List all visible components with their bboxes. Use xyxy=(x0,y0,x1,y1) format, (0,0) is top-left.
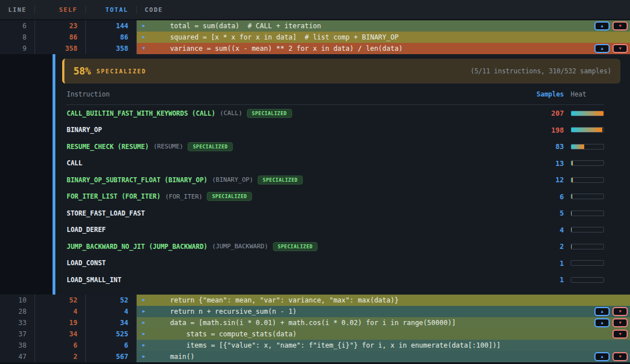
heat-bar-fill xyxy=(571,161,573,165)
expand-toggle-icon[interactable]: ▼ xyxy=(142,43,154,54)
specialized-percent: 58% xyxy=(73,65,91,77)
code-cell[interactable]: ▼ variance = sum((x - mean) ** 2 for x i… xyxy=(137,43,630,54)
jump-down-button[interactable]: ▼ xyxy=(612,330,628,339)
jump-down-button[interactable]: ▼ xyxy=(612,21,628,30)
instruction-name-group: LOAD_DEREF xyxy=(67,226,524,234)
code-cell[interactable]: ▶ data = [math.sin(i * 0.01) + math.cos(… xyxy=(137,317,630,328)
line-number: 6 xyxy=(0,20,35,32)
total-samples: 358 xyxy=(86,43,137,54)
instruction-name: JUMP_BACKWARD_NO_JIT (JUMP_BACKWARD) xyxy=(67,243,207,251)
expand-toggle-icon[interactable]: ▶ xyxy=(142,20,154,32)
jump-down-button[interactable]: ▼ xyxy=(612,44,628,53)
source-code: stats = compute_stats(data) xyxy=(154,328,297,340)
self-samples: 4 xyxy=(35,306,86,317)
total-samples: 567 xyxy=(86,351,137,362)
code-cell[interactable]: ▶ squared = [x * x for x in data] # list… xyxy=(137,32,630,43)
header-line-column[interactable]: LINE xyxy=(0,6,35,14)
instruction-table: Instruction Samples Heat CALL_BUILTIN_FA… xyxy=(67,84,604,288)
code-cell[interactable]: ▶ return n + recursive_sum(n - 1) ▲ ▼ xyxy=(137,306,630,317)
instruction-name-group: LOAD_CONST xyxy=(67,259,524,267)
total-samples: 52 xyxy=(86,295,137,306)
header-samples-column[interactable]: Samples xyxy=(524,90,564,98)
heat-bar xyxy=(571,194,604,199)
instruction-row: JUMP_BACKWARD_NO_JIT (JUMP_BACKWARD) (JU… xyxy=(67,238,604,255)
header-self-column[interactable]: SELF xyxy=(35,6,86,14)
total-samples: 34 xyxy=(86,317,137,328)
heat-bar xyxy=(571,144,604,150)
expand-toggle-icon[interactable]: ▶ xyxy=(142,317,154,328)
instruction-name: LOAD_SMALL_INT xyxy=(67,276,121,284)
specialized-label: SPECIALIZED xyxy=(97,68,146,74)
heat-bar xyxy=(571,127,604,133)
heat-bar xyxy=(571,160,604,166)
instruction-rows: CALL_BUILTIN_FAST_WITH_KEYWORDS (CALL) (… xyxy=(67,105,604,288)
line-number: 8 xyxy=(0,32,35,43)
instruction-samples: 5 xyxy=(524,209,564,217)
jump-buttons: ▲ ▼ xyxy=(594,307,628,316)
jump-up-button[interactable]: ▲ xyxy=(594,21,610,30)
code-cell[interactable]: ▶ return {"mean": mean, "var": variance,… xyxy=(137,295,630,306)
jump-buttons: ▲ ▼ xyxy=(594,352,628,361)
specialized-badge: SPECIALIZED xyxy=(273,242,318,251)
instruction-name: LOAD_DEREF xyxy=(67,226,106,234)
line-number: 37 xyxy=(0,328,35,340)
instruction-name-group: FOR_ITER_LIST (FOR_ITER) (FOR_ITER) SPEC… xyxy=(67,192,524,201)
self-samples: 34 xyxy=(35,328,86,340)
jump-up-button[interactable]: ▲ xyxy=(594,352,610,361)
jump-down-button[interactable]: ▼ xyxy=(612,352,628,361)
code-cell[interactable]: ▶ items = [{"value": x, "name": f"item_{… xyxy=(137,340,630,351)
expand-toggle-icon[interactable]: ▶ xyxy=(142,32,154,43)
total-samples: 6 xyxy=(86,340,137,351)
instruction-samples: 12 xyxy=(524,176,564,184)
expand-toggle-icon[interactable]: ▶ xyxy=(142,328,154,340)
heat-bar-fill xyxy=(571,194,572,199)
expand-toggle-icon[interactable]: ▶ xyxy=(142,351,154,362)
expanded-detail-panel: 58% SPECIALIZED (5/11 instructions, 310/… xyxy=(0,54,630,295)
jump-down-button[interactable]: ▼ xyxy=(612,318,628,327)
instruction-name-group: BINARY_OP_SUBTRACT_FLOAT (BINARY_OP) (BI… xyxy=(67,176,524,185)
instruction-row: LOAD_SMALL_INT 1 xyxy=(67,271,604,288)
line-number: 38 xyxy=(0,340,35,351)
code-row: 33 19 34 ▶ data = [math.sin(i * 0.01) + … xyxy=(0,317,630,328)
self-samples: 2 xyxy=(35,351,86,362)
heat-bar xyxy=(571,111,604,116)
expand-toggle-icon[interactable]: ▶ xyxy=(142,340,154,351)
self-samples: 52 xyxy=(35,295,86,306)
jump-up-button[interactable]: ▲ xyxy=(594,307,610,316)
jump-up-button[interactable]: ▲ xyxy=(594,44,610,53)
expand-toggle-icon[interactable]: ▶ xyxy=(142,295,154,306)
heat-bar xyxy=(571,227,604,233)
self-samples: 86 xyxy=(35,32,86,43)
header-total-column[interactable]: TOTAL xyxy=(86,6,137,14)
heat-bar xyxy=(571,210,604,216)
expand-toggle-icon[interactable]: ▶ xyxy=(142,306,154,317)
jump-up-button[interactable]: ▲ xyxy=(594,318,610,327)
instruction-row: BINARY_OP_SUBTRACT_FLOAT (BINARY_OP) (BI… xyxy=(67,172,604,188)
specialized-badge: SPECIALIZED xyxy=(247,109,292,118)
header-code-column[interactable]: CODE xyxy=(137,6,630,14)
code-cell[interactable]: ▶ main() ▲ ▼ xyxy=(137,351,630,362)
specialized-badge: SPECIALIZED xyxy=(258,176,303,185)
jump-down-button[interactable]: ▼ xyxy=(612,307,628,316)
line-number: 10 xyxy=(0,295,35,306)
source-code: variance = sum((x - mean) ** 2 for x in … xyxy=(154,43,403,54)
code-row: 10 52 52 ▶ return {"mean": mean, "var": … xyxy=(0,295,630,306)
heat-bar-fill xyxy=(571,144,584,149)
specialized-badge: SPECIALIZED xyxy=(188,142,233,151)
header-heat-column[interactable]: Heat xyxy=(571,90,604,98)
heat-bar xyxy=(571,244,604,249)
line-number: 33 xyxy=(0,317,35,328)
source-code: squared = [x * x for x in data] # list c… xyxy=(154,32,398,43)
total-samples: 4 xyxy=(86,306,137,317)
panel-body: 58% SPECIALIZED (5/11 instructions, 310/… xyxy=(53,54,630,295)
heat-bar-fill xyxy=(571,211,572,216)
line-number: 47 xyxy=(0,351,35,362)
instruction-name-group: RESUME_CHECK (RESUME) (RESUME) SPECIALIZ… xyxy=(67,142,524,151)
self-samples: 19 xyxy=(35,317,86,328)
instruction-name-group: CALL xyxy=(67,159,524,167)
code-cell[interactable]: ▶ stats = compute_stats(data) ▲ ▼ xyxy=(137,328,630,340)
instruction-row: LOAD_CONST 1 xyxy=(67,255,604,272)
instruction-name: FOR_ITER_LIST (FOR_ITER) xyxy=(67,192,160,200)
code-cell[interactable]: ▶ total = sum(data) # CALL + iteration ▲… xyxy=(137,20,630,32)
header-instruction-column[interactable]: Instruction xyxy=(67,90,524,98)
